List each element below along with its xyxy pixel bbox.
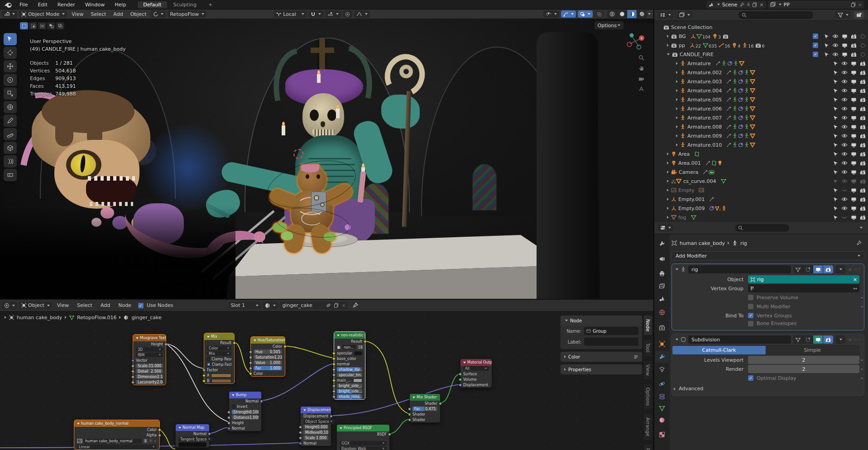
viewport-menu-object[interactable]: Object [127, 11, 150, 17]
close-icon[interactable]: × [858, 2, 862, 8]
shading-rendered-button[interactable] [637, 10, 647, 18]
meshd-icon[interactable] [721, 178, 726, 184]
tool-annotate[interactable] [4, 115, 17, 127]
breadcrumb-modifier[interactable]: rig [740, 240, 747, 246]
anim-icon[interactable] [703, 169, 708, 175]
disable-render-icon[interactable] [858, 124, 867, 129]
expand-icon[interactable] [676, 89, 678, 92]
arm-icon[interactable] [742, 43, 748, 48]
collapse-chevron[interactable] [676, 339, 678, 340]
node-row-clamp-result[interactable]: Clamp Result [204, 356, 234, 362]
workspace-tab-default[interactable]: Default [138, 1, 167, 8]
expand-icon[interactable] [676, 134, 678, 137]
tri-icon[interactable] [750, 97, 755, 102]
anim-icon[interactable] [705, 160, 711, 166]
select-arrow-icon[interactable] [831, 124, 840, 129]
preserve-volume-checkbox[interactable]: Preserve Volume [748, 295, 798, 301]
node-row-value[interactable]: Value1.000 [251, 360, 285, 365]
breadcrumb-object[interactable]: human cake_body [680, 240, 725, 246]
pose-icon[interactable] [744, 79, 749, 84]
output-socket[interactable] [158, 428, 161, 431]
ball-icon[interactable] [738, 106, 743, 111]
ball-icon[interactable] [738, 124, 743, 129]
pan-icon[interactable] [638, 65, 644, 71]
arm-icon[interactable] [680, 97, 686, 102]
pin-icon[interactable] [856, 240, 862, 246]
select-arrow-icon[interactable] [831, 179, 840, 184]
select-arrow-icon[interactable] [822, 34, 831, 39]
output-socket[interactable] [233, 341, 236, 345]
proportional-falloff-dropdown[interactable] [354, 10, 370, 18]
outliner-row[interactable]: Armature.005 [657, 95, 867, 104]
output-socket[interactable] [439, 402, 442, 405]
ball-icon[interactable] [738, 97, 743, 102]
expand-icon[interactable] [676, 144, 678, 146]
gizmos-toggle[interactable] [561, 10, 576, 18]
properties-tab-constraints[interactable] [655, 391, 669, 402]
anim-icon[interactable] [726, 124, 732, 129]
edit-mode-toggle[interactable] [793, 335, 803, 344]
expand-icon[interactable] [667, 198, 669, 201]
options-dropdown[interactable]: Options [595, 21, 623, 29]
disable-render-icon[interactable] [858, 170, 867, 175]
coll-icon[interactable] [671, 34, 677, 39]
menu-help[interactable]: Help [110, 2, 131, 8]
display-mode-dropdown[interactable] [677, 11, 692, 19]
disable-viewport-icon[interactable] [849, 88, 858, 93]
outliner-item-label[interactable]: Area [678, 151, 690, 157]
camd-icon[interactable] [709, 169, 715, 175]
hide-eye-icon[interactable] [840, 134, 849, 138]
side-tab-view[interactable]: View [643, 360, 652, 380]
pose-icon[interactable] [744, 115, 749, 120]
hide-eye-icon[interactable] [840, 170, 849, 174]
hide-eye-icon[interactable] [840, 206, 849, 211]
arm-icon[interactable] [680, 106, 686, 111]
outliner-item-label[interactable]: Armature.004 [687, 88, 722, 94]
select-arrow-icon[interactable] [831, 88, 840, 93]
expand-icon[interactable] [667, 189, 669, 191]
arm-icon[interactable] [680, 133, 686, 139]
node-row-invert[interactable]: Invert [229, 404, 261, 409]
presets-menu-icon[interactable] [633, 354, 638, 359]
areal-icon[interactable] [711, 160, 717, 166]
node-image[interactable]: human cake_body_normalColorAlphahuman ca… [74, 420, 160, 450]
node-row-scale[interactable]: Scale1.000 [301, 435, 331, 440]
collapse-chevron[interactable] [676, 268, 678, 270]
input-socket[interactable] [459, 373, 462, 376]
tri-icon[interactable] [750, 115, 755, 120]
outliner-row[interactable]: Empty.001 [657, 195, 867, 204]
disable-render-icon[interactable] [858, 206, 867, 211]
areal-icon[interactable] [694, 151, 700, 157]
outliner-row[interactable]: Armature.010 [657, 140, 867, 149]
outliner-row[interactable]: Area.001 [657, 158, 867, 168]
side-tab-options[interactable]: Options [643, 383, 652, 410]
outliner-row[interactable]: Camera [657, 168, 867, 177]
pose-icon[interactable] [744, 106, 749, 111]
show-render-toggle[interactable] [823, 265, 833, 273]
input-socket[interactable] [227, 427, 230, 430]
tri-icon[interactable] [750, 79, 755, 84]
hide-eye-icon[interactable] [840, 152, 849, 156]
outliner-item-label[interactable]: Empty.009 [678, 206, 705, 211]
disable-render-icon[interactable] [858, 79, 867, 84]
expand-icon[interactable] [667, 171, 669, 173]
disable-render-icon[interactable] [858, 134, 867, 139]
outliner-item-label[interactable]: Armature.005 [687, 97, 722, 103]
properties-editor[interactable]: human cake_body rig Add Modifier rig [654, 222, 868, 450]
outliner-item-label[interactable]: Empty [678, 187, 694, 193]
extras-dropdown[interactable] [835, 335, 845, 344]
node-label-field[interactable] [584, 338, 638, 346]
node-row-fac[interactable]: Fac1.000 [251, 365, 285, 371]
tool-add-cube[interactable] [4, 142, 17, 154]
disable-render-icon[interactable] [858, 61, 867, 66]
select-arrow-icon[interactable] [831, 115, 840, 120]
editor-type-button[interactable] [658, 11, 673, 19]
disable-viewport-icon[interactable] [849, 152, 858, 157]
outliner-row[interactable]: Area [657, 149, 867, 158]
outliner-row[interactable]: BG1043✓ [657, 32, 867, 41]
holdout-icon[interactable] [858, 43, 867, 48]
disable-render-icon[interactable] [858, 197, 867, 202]
node-row-shado-rims-[interactable]: shado_rims...0.935 [334, 394, 365, 399]
pose-icon[interactable] [732, 88, 738, 93]
simple-button[interactable]: Simple [766, 346, 859, 354]
